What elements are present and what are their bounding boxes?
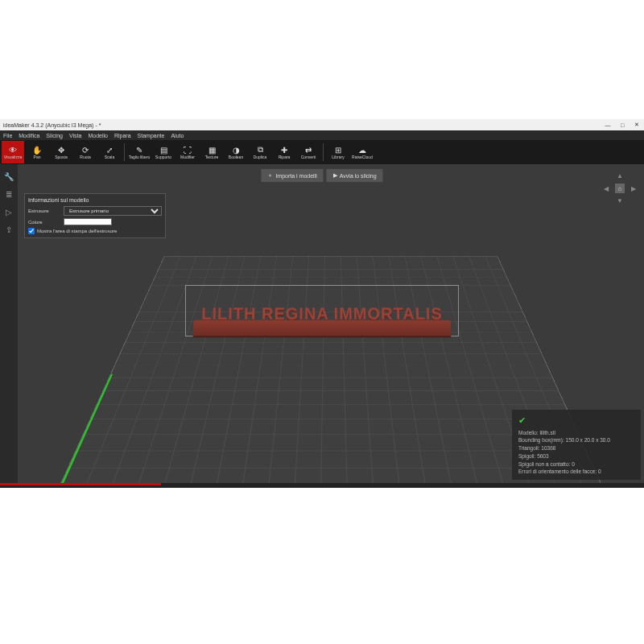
view-home-button[interactable]: ⌂	[615, 184, 625, 193]
modifier-icon: ⛶	[183, 145, 192, 155]
library-icon: ⊞	[333, 145, 343, 155]
tool-sposta[interactable]: ✥Sposta	[50, 141, 72, 163]
menu-aiuto[interactable]: Aiuto	[171, 133, 184, 138]
status-edge-value: 5603	[537, 453, 548, 459]
tool-ripara[interactable]: ✚Ripara	[273, 141, 295, 163]
show-area-checkbox[interactable]: Mostra l'area di stampa dell'estrusore	[28, 228, 162, 234]
extruder-label: Estrusore	[28, 208, 60, 213]
menu-slicing[interactable]: Slicing	[46, 133, 63, 138]
view-cube: ▲ ▼ ◀ ▶ ⌂	[604, 172, 636, 204]
start-slicing-button[interactable]: ▶Avvia lo slicing	[327, 169, 383, 182]
top-actions: ＋Importa i modelli ▶Avvia lo slicing	[261, 169, 382, 182]
menu-file[interactable]: File	[3, 133, 12, 138]
support-icon: ▤	[159, 145, 168, 155]
status-panel: ✔ Modello: lilith.stl Bounding box(mm): …	[512, 410, 641, 480]
status-bbox-label: Bounding box(mm):	[518, 437, 564, 443]
texture-icon: ▦	[207, 145, 217, 155]
tool-supporto[interactable]: ▤Supporto	[152, 141, 175, 163]
view-left-icon[interactable]: ◀	[604, 185, 609, 192]
tool-raisecloud[interactable]: ☁RaiseCloud	[351, 141, 374, 163]
status-orient-value: 0	[598, 469, 601, 474]
layers-icon[interactable]: ≣	[3, 188, 14, 200]
color-label: Colore	[28, 220, 60, 225]
rotate-icon: ⟳	[80, 145, 90, 155]
status-tri-label: Triangoli:	[518, 445, 540, 451]
menu-stampante[interactable]: Stampante	[138, 133, 165, 138]
model[interactable]: LILITH REGINA IMMORTALIS	[193, 305, 451, 336]
scale-icon: ⤢	[105, 145, 114, 155]
export-icon[interactable]: ⇪	[3, 224, 14, 235]
maximize-button[interactable]: □	[618, 122, 626, 128]
tool-duplica[interactable]: ⧉Duplica	[249, 141, 271, 163]
close-button[interactable]: ✕	[633, 122, 641, 128]
menu-modifica[interactable]: Modifica	[19, 133, 39, 138]
toolbar-separator	[323, 143, 324, 161]
duplicate-icon: ⧉	[255, 145, 265, 155]
pan-icon: ✋	[32, 145, 42, 155]
status-model-value: lilith.stl	[539, 430, 555, 436]
left-sidebar: 🔧 ≣ ▷ ⇪	[0, 164, 18, 483]
import-models-button[interactable]: ＋Importa i modelli	[261, 169, 323, 182]
minimize-button[interactable]: —	[604, 122, 612, 128]
convert-icon: ⇄	[303, 145, 313, 155]
cut-icon: ✎	[134, 145, 144, 155]
repair-icon: ✚	[279, 145, 289, 155]
status-tri-value: 10368	[541, 445, 555, 451]
tool-modifier[interactable]: ⛶Modifier	[176, 141, 199, 163]
model-base	[193, 320, 452, 336]
status-orient-label: Errori di orientamento delle facce:	[518, 469, 597, 474]
cloud-icon: ☁	[357, 145, 367, 155]
move-icon: ✥	[56, 145, 66, 155]
tool-scala[interactable]: ⤢Scala	[98, 141, 121, 163]
tool-taglio[interactable]: ✎Taglio libero	[128, 141, 151, 163]
play-icon: ▶	[333, 172, 337, 179]
tool-converti[interactable]: ⇄Converti	[297, 141, 320, 163]
check-icon: ✔	[518, 414, 634, 427]
tool-texture[interactable]: ▦Texture	[200, 141, 223, 163]
menubar: File Modifica Slicing Vista Modello Ripa…	[0, 130, 644, 140]
panel-title: Informazioni sul modello	[28, 197, 162, 203]
window-title: ideaMaker 4.3.2 (Anycubic I3 Mega) - *	[3, 122, 101, 128]
boolean-icon: ◑	[231, 145, 241, 155]
menu-modello[interactable]: Modello	[88, 133, 108, 138]
play-preview-icon[interactable]: ▷	[3, 206, 14, 217]
status-edge-label: Spigoli:	[518, 453, 535, 459]
status-model-label: Modello:	[518, 430, 539, 436]
menu-vista[interactable]: Vista	[69, 133, 81, 138]
color-swatch[interactable]	[64, 218, 112, 225]
tool-pan[interactable]: ✋Pan	[26, 141, 48, 163]
view-up-icon[interactable]: ▲	[617, 172, 623, 180]
viewport[interactable]: ＋Importa i modelli ▶Avvia lo slicing 🔧 ≣…	[0, 164, 644, 483]
status-bbox-value: 150.0 x 20.0 x 30.0	[566, 437, 610, 443]
toolbar-separator	[124, 143, 125, 161]
tool-library[interactable]: ⊞Library	[327, 141, 349, 163]
titlebar: ideaMaker 4.3.2 (Anycubic I3 Mega) - * —…	[0, 119, 644, 130]
tool-ruota[interactable]: ⟳Ruota	[74, 141, 97, 163]
status-nm-value: 0	[572, 461, 575, 467]
view-down-icon[interactable]: ▼	[617, 197, 623, 204]
app-window: ideaMaker 4.3.2 (Anycubic I3 Mega) - * —…	[0, 119, 644, 488]
model-info-panel: Informazioni sul modello Estrusore Estru…	[24, 193, 166, 238]
status-nm-label: Spigoli non a contatto:	[518, 461, 570, 467]
bottom-bar	[0, 483, 644, 488]
plus-icon: ＋	[267, 171, 273, 180]
tool-boolean[interactable]: ◑Boolean	[225, 141, 247, 163]
eye-icon: 👁	[8, 145, 18, 155]
show-area-input[interactable]	[28, 228, 35, 234]
wrench-icon[interactable]: 🔧	[3, 171, 14, 182]
menu-ripara[interactable]: Ripara	[114, 133, 131, 138]
toolbar: 👁Visualizza ✋Pan ✥Sposta ⟳Ruota ⤢Scala ✎…	[0, 140, 644, 164]
view-right-icon[interactable]: ▶	[631, 185, 636, 192]
window-controls: — □ ✕	[604, 122, 641, 128]
tool-visualizza[interactable]: 👁Visualizza	[2, 141, 24, 163]
extruder-select[interactable]: Estrusore primario	[64, 206, 162, 216]
